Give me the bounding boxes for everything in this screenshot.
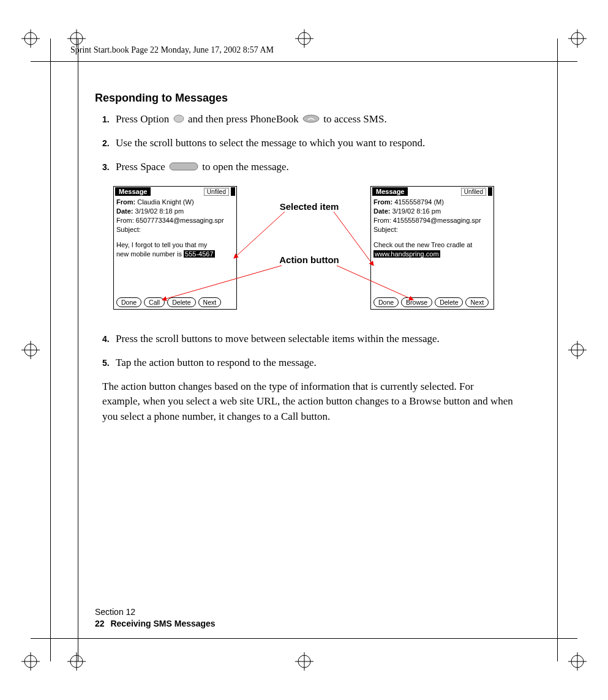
next-button[interactable]: Next <box>465 297 489 307</box>
step-5: 5. Tap the action button to respond to t… <box>102 356 513 371</box>
trim-line <box>78 39 78 661</box>
section-heading: Responding to Messages <box>95 92 513 105</box>
body-paragraph: The action button changes based on the t… <box>102 379 513 425</box>
step-number: 4. <box>102 332 116 345</box>
palm-titlebar: Message Unfiled <box>371 187 494 196</box>
palm-category: Unfiled <box>204 188 229 196</box>
step-number: 1. <box>102 112 116 125</box>
label: Date: <box>116 207 133 215</box>
selected-phone-number: 555-4567 <box>184 250 215 258</box>
done-button[interactable]: Done <box>373 297 399 307</box>
step-text: Press Option and then press PhoneBook to… <box>116 112 513 127</box>
crop-mark-icon <box>295 29 313 48</box>
crop-mark-icon <box>21 652 40 671</box>
crop-mark-icon <box>21 29 40 48</box>
crop-mark-icon <box>67 652 86 671</box>
label: From: <box>373 198 392 206</box>
page-footer: Section 12 22 Receiving SMS Messages <box>95 606 216 630</box>
value: Claudia Knight (W) <box>135 198 193 206</box>
text-line: Hey, I forgot to tell you that my <box>116 240 234 250</box>
text: to open the message. <box>202 161 289 173</box>
palm-title: Message <box>115 187 151 196</box>
text: and then press PhoneBook <box>188 113 301 125</box>
browse-button[interactable]: Browse <box>401 297 432 307</box>
step-text: Tap the action button to respond to the … <box>116 356 513 371</box>
svg-rect-32 <box>170 163 198 170</box>
delete-button[interactable]: Delete <box>167 297 195 307</box>
delete-button[interactable]: Delete <box>435 297 463 307</box>
step-text: Use the scroll buttons to select the mes… <box>116 136 513 151</box>
trim-line <box>557 39 558 661</box>
step-2: 2. Use the scroll buttons to select the … <box>102 136 513 151</box>
step-1: 1. Press Option and then press PhoneBook… <box>102 112 513 127</box>
text-line: Subject: <box>373 225 491 234</box>
text-line: Subject: <box>116 225 234 234</box>
space-key-icon <box>169 160 198 176</box>
callout-action-button: Action button <box>269 255 349 265</box>
step-text: Press the scroll buttons to move between… <box>116 332 513 347</box>
step-4: 4. Press the scroll buttons to move betw… <box>102 332 513 347</box>
crop-mark-icon <box>568 29 587 48</box>
figure: Message Unfiled From: Claudia Knight (W)… <box>113 186 513 321</box>
palm-body: From: Claudia Knight (W) Date: 3/19/02 8… <box>114 196 236 258</box>
trim-line <box>31 61 577 62</box>
page-header: Sprint Start.book Page 22 Monday, June 1… <box>70 45 274 55</box>
svg-point-30 <box>174 115 184 122</box>
palm-body: From: 4155558794 (M) Date: 3/19/02 8:16 … <box>371 196 494 258</box>
crop-mark-icon <box>21 341 40 359</box>
trim-line <box>50 39 51 661</box>
selected-url: www.handspring.com <box>373 250 440 258</box>
step-number: 3. <box>102 160 116 173</box>
crop-mark-icon <box>568 652 587 671</box>
palm-screenshot-left: Message Unfiled From: Claudia Knight (W)… <box>113 186 237 310</box>
step-text: Press Space to open the message. <box>116 160 513 175</box>
palm-button-row: Done Browse Delete Next <box>371 297 494 307</box>
label: Date: <box>373 207 391 215</box>
call-button[interactable]: Call <box>144 297 165 307</box>
value: 3/19/02 8:18 pm <box>133 207 184 215</box>
value: 4155558794 (M) <box>392 198 444 206</box>
label: From: <box>116 198 135 206</box>
phonebook-key-icon <box>302 113 320 128</box>
text-line: Check out the new Treo cradle at <box>373 240 491 250</box>
option-key-icon <box>173 113 184 128</box>
value: 3/19/02 8:16 pm <box>391 207 441 215</box>
text-line: From: 6507773344@messaging.spr <box>116 216 234 225</box>
next-button[interactable]: Next <box>198 297 222 307</box>
palm-category: Unfiled <box>461 188 486 196</box>
step-number: 2. <box>102 136 116 149</box>
text: to access SMS. <box>323 113 386 125</box>
page-number: 22 <box>95 618 105 630</box>
palm-scrollbar <box>231 187 235 196</box>
step-number: 5. <box>102 356 116 369</box>
svg-line-33 <box>234 212 285 258</box>
trim-line <box>31 638 577 639</box>
done-button[interactable]: Done <box>116 297 141 307</box>
footer-title: Receiving SMS Messages <box>110 619 215 628</box>
palm-scrollbar <box>488 187 492 196</box>
text: Press Option <box>116 113 172 125</box>
crop-mark-icon <box>568 341 587 359</box>
palm-titlebar: Message Unfiled <box>114 187 236 196</box>
crop-mark-icon <box>295 652 313 671</box>
palm-screenshot-right: Message Unfiled From: 4155558794 (M) Dat… <box>370 186 494 310</box>
callout-selected-item: Selected item <box>269 201 349 212</box>
palm-title: Message <box>372 187 408 196</box>
text: new mobile number is <box>116 250 184 258</box>
text: Press Space <box>116 161 168 173</box>
text-line: From: 4155558794@messaging.spr <box>373 216 491 225</box>
palm-button-row: Done Call Delete Next <box>114 297 236 307</box>
step-3: 3. Press Space to open the message. <box>102 160 513 175</box>
page-content: Responding to Messages 1. Press Option a… <box>95 92 513 425</box>
section-label: Section 12 <box>95 606 216 618</box>
